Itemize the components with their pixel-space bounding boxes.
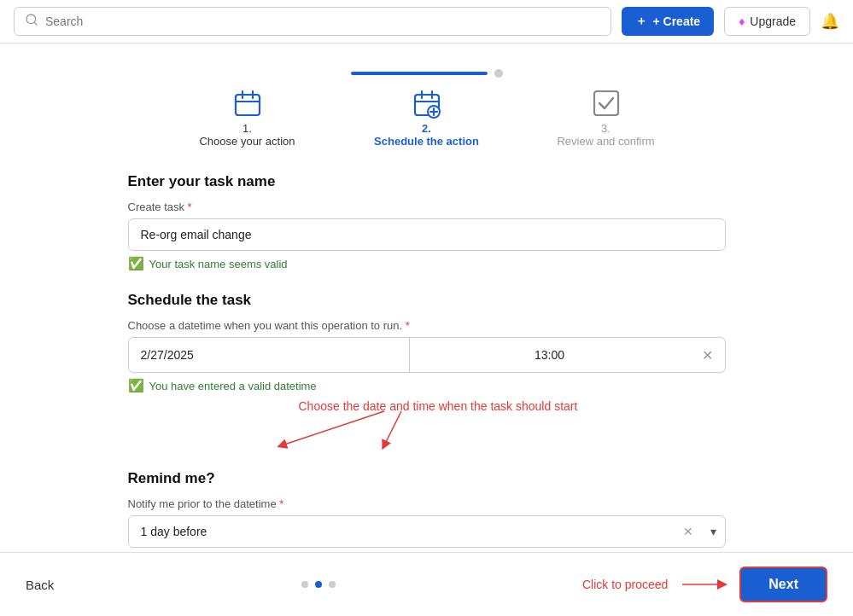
datetime-clear-button[interactable]: ✕ — [690, 339, 725, 372]
back-button[interactable]: Back — [26, 578, 54, 592]
proceed-arrow — [678, 572, 729, 597]
step2-number: 2. — [422, 122, 431, 135]
plus-icon: ＋ — [635, 14, 647, 29]
create-task-label: Create task * — [128, 200, 726, 213]
stepper-progress-bar — [171, 69, 683, 78]
dot-2-active — [315, 581, 322, 588]
step1-icon — [232, 88, 263, 122]
bell-icon: 🔔 — [821, 13, 839, 30]
form-container: Enter your task name Create task * ✅ You… — [128, 173, 726, 616]
main-content: 1. Choose your action 2. — [0, 44, 853, 616]
notify-select-row[interactable]: 1 day before 2 days before 1 week before… — [128, 515, 726, 548]
svg-line-1 — [34, 22, 37, 25]
datetime-arrows — [231, 407, 470, 450]
datetime-input-row[interactable]: ✕ — [128, 337, 726, 373]
notify-label: Notify me prior to the datetime * — [128, 497, 726, 510]
schedule-title: Schedule the task — [128, 292, 726, 309]
task-name-title: Enter your task name — [128, 173, 726, 190]
clear-icon: ✕ — [702, 348, 713, 363]
valid-check-icon: ✅ — [128, 256, 144, 271]
svg-line-15 — [384, 411, 401, 445]
step1-col: 1. Choose your action — [171, 88, 324, 148]
step1-progress-line — [351, 72, 488, 75]
required-asterisk3: * — [277, 497, 284, 510]
search-input[interactable] — [45, 15, 600, 28]
clear-select-icon: ✕ — [683, 525, 693, 538]
datetime-valid-msg: ✅ You have entered a valid datetime — [128, 378, 726, 393]
step3-col: 3. Review and confirm — [529, 88, 683, 148]
stepper: 1. Choose your action 2. — [171, 69, 683, 148]
valid-check-icon2: ✅ — [128, 378, 144, 393]
next-button[interactable]: Next — [739, 567, 827, 602]
datetime-annotation-area: Choose the date and time when the task s… — [128, 398, 726, 450]
required-asterisk: * — [184, 200, 192, 213]
bottom-navigation: Back Click to proceed Next — [0, 552, 853, 616]
step3-icon — [591, 88, 622, 122]
step3-label: Review and confirm — [557, 135, 654, 148]
pagination-dots — [301, 581, 336, 588]
remind-title: Remind me? — [128, 470, 726, 487]
svg-line-14 — [282, 411, 384, 445]
select-dropdown-button[interactable]: ▾ — [702, 516, 725, 547]
step1-number: 1. — [242, 122, 252, 135]
notify-select[interactable]: 1 day before 2 days before 1 week before… — [129, 516, 675, 547]
step2-icon — [412, 88, 442, 122]
step1-label: Choose your action — [199, 135, 295, 148]
required-asterisk2: * — [402, 319, 410, 332]
proceed-area: Click to proceed Next — [582, 567, 827, 602]
datetime-label: Choose a datetime when you want this ope… — [128, 319, 726, 332]
svg-rect-2 — [236, 95, 260, 115]
step3-number: 3. — [601, 122, 611, 135]
search-icon — [25, 13, 38, 30]
time-input[interactable] — [410, 340, 690, 370]
create-button[interactable]: ＋ + Create — [622, 7, 714, 36]
task-name-section: Enter your task name Create task * ✅ You… — [128, 173, 726, 271]
diamond-icon: ♦ — [739, 15, 745, 28]
step2-col: 2. Schedule the action — [350, 88, 504, 148]
stepper-labels-row: 1. Choose your action 2. — [171, 88, 683, 148]
chevron-down-icon: ▾ — [710, 525, 716, 538]
topbar: ＋ + Create ♦ Upgrade 🔔 — [0, 0, 853, 44]
proceed-annotation: Click to proceed — [582, 578, 668, 591]
select-clear-button[interactable]: ✕ — [675, 516, 702, 547]
step3-dot — [494, 69, 503, 78]
task-name-input[interactable] — [128, 218, 726, 251]
upgrade-button[interactable]: ♦ Upgrade — [724, 7, 810, 36]
svg-rect-13 — [594, 91, 618, 115]
dot-3 — [329, 581, 336, 588]
search-container[interactable] — [14, 7, 611, 36]
notification-bell-button[interactable]: 🔔 — [821, 12, 839, 31]
schedule-section: Schedule the task Choose a datetime when… — [128, 292, 726, 393]
task-name-valid-msg: ✅ Your task name seems valid — [128, 256, 726, 271]
date-input[interactable] — [129, 340, 409, 370]
dot-1 — [301, 581, 308, 588]
step2-label: Schedule the action — [374, 135, 479, 148]
